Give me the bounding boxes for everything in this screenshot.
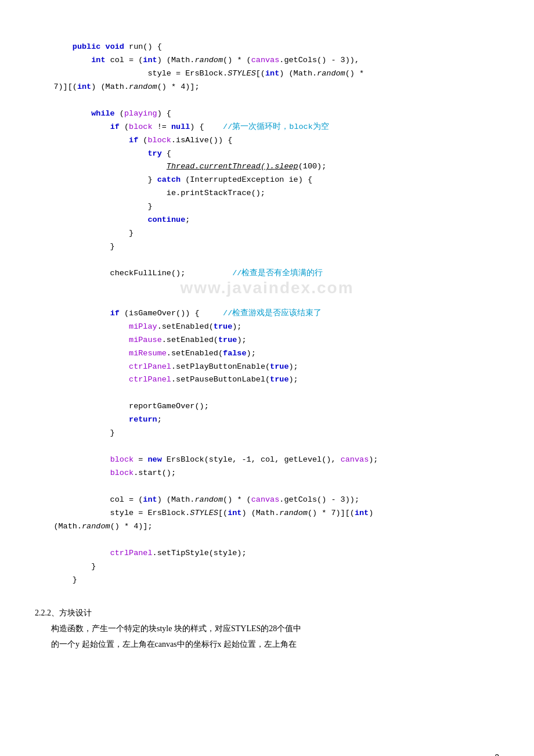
if-keyword2: if [129,136,138,145]
random-method4: random [194,495,223,504]
try-keyword: try [147,149,161,158]
int-keyword: int [91,56,105,64]
prose-section: 2.2.2、方块设计 构造函数，产生一个特定的块style 块的样式，对应STY… [35,606,499,652]
styles-ref: STYLES [228,69,256,78]
null-keyword1: null [171,123,190,131]
false-val1: false [223,349,247,358]
playing-ref: playing [124,109,157,118]
random-method6: random [82,522,110,531]
comment3: //检查游戏是否应该结束了 [223,309,322,318]
page-number: 2 [495,753,499,756]
canvas-ref: canvas [251,56,280,64]
page-container: public void run() { int col = (int) (Mat… [0,23,534,756]
code-block: public void run() { int col = (int) (Mat… [35,41,499,600]
miplay-ref: miPlay [129,322,157,331]
ctrlpanel-ref2: ctrlPanel [129,375,171,384]
true-val3: true [270,362,288,371]
int-cast6: int [355,509,369,517]
int-cast4: int [143,495,157,504]
void-keyword: void [106,42,124,51]
section-title: 2.2.2、方块设计 [35,606,499,621]
true-val2: true [218,336,237,344]
comment1: //第一次循环时，block为空 [223,123,329,131]
public-keyword: public [73,42,101,51]
new-keyword: new [147,455,161,464]
catch-keyword: catch [157,175,181,184]
return-keyword: return [129,415,157,424]
ctrlpanel-ref1: ctrlPanel [129,362,171,371]
continue-keyword: continue [147,215,185,224]
block-ref2: block [147,136,171,145]
int-cast: int [143,56,157,64]
int-cast2: int [265,69,279,78]
ctrlpanel-ref3: ctrlPanel [110,549,153,557]
mipause-ref: miPause [129,336,162,344]
miresume-ref: miResume [129,349,167,358]
random-method3: random [129,82,157,91]
random-method: random [194,56,223,64]
block-ref1: block [129,123,153,131]
thread-sleep: Thread.currentThread().sleep [167,162,298,171]
if-keyword3: if [110,309,120,318]
block-start: block [110,469,134,477]
random-method2: random [317,69,345,78]
random-method5: random [279,509,308,517]
canvas-ref3: canvas [251,495,280,504]
true-val1: true [214,322,232,331]
prose-paragraph2: 的一个y 起始位置，左上角在canvas中的坐标行x 起始位置，左上角在 [35,637,499,653]
int-cast3: int [77,82,91,91]
if-keyword1: if [110,123,120,131]
comment2: //检查是否有全填满的行 [232,269,323,278]
prose-paragraph1: 构造函数，产生一个特定的块style 块的样式，对应STYLES的28个值中 [35,621,499,637]
int-cast5: int [228,509,241,517]
block-assign: block [110,455,134,464]
canvas-ref2: canvas [341,455,369,464]
styles-ref2: STYLES [190,509,218,517]
while-keyword: while [91,109,115,118]
true-val4: true [270,375,288,384]
